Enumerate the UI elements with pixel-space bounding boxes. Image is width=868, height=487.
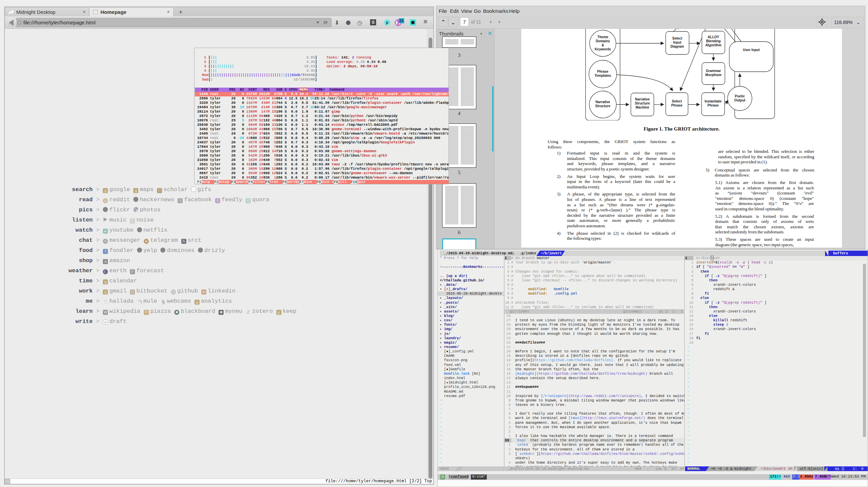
svg-text:Poetic: Poetic [735,94,745,98]
svg-text:Narrative: Narrative [635,97,650,101]
svg-text:Phrase: Phrase [597,70,609,73]
svg-text:Phrase: Phrase [707,103,719,107]
svg-text:Algorithm: Algorithm [705,43,721,47]
svg-text:Phrase: Phrase [671,103,683,107]
svg-text:ALLOY: ALLOY [708,35,719,39]
svg-text:Structure: Structure [635,101,650,105]
svg-text:Diagram: Diagram [670,45,684,48]
svg-text:Grammar: Grammar [706,69,721,73]
svg-text:Blending: Blending [706,39,721,43]
svg-text:Templates: Templates [595,74,611,77]
svg-text:Theme: Theme [597,35,609,39]
svg-text:Instantiate: Instantiate [705,99,722,103]
svg-text:Select: Select [672,37,682,40]
svg-text:Output: Output [734,98,746,102]
svg-text:Input: Input [673,41,682,44]
svg-text:Machine: Machine [636,106,649,109]
svg-text:Keywords: Keywords [595,47,611,51]
svg-text:Select: Select [672,99,682,103]
svg-text:Morphism: Morphism [705,73,722,77]
svg-text:&: & [601,43,604,47]
svg-text:User Input: User Input [743,48,760,52]
svg-text:Domains: Domains [596,39,610,43]
svg-text:Narrative: Narrative [595,100,610,104]
svg-text:Structure: Structure [595,104,611,108]
